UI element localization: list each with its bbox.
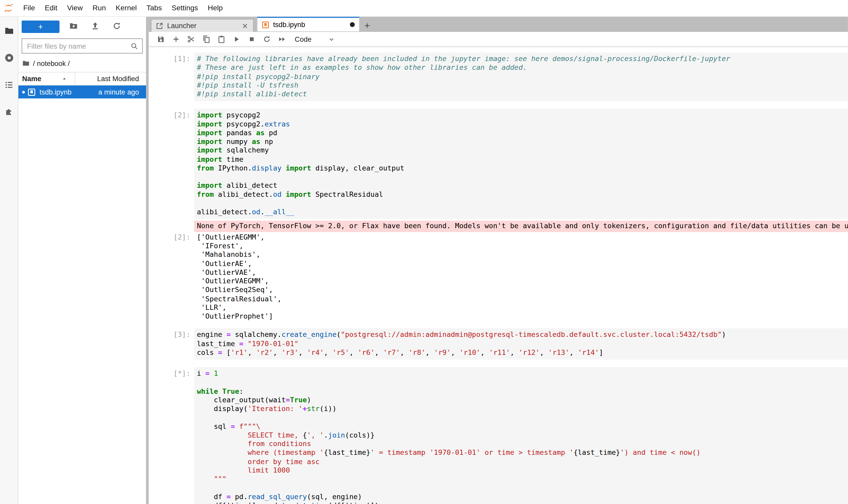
menu-view[interactable]: View <box>62 0 88 16</box>
menu-file[interactable]: File <box>18 0 40 16</box>
cell-input-area: [2]:import psycopg2import psycopg2.extra… <box>149 109 848 219</box>
code-line: import psycopg2.extras <box>197 120 848 128</box>
interrupt-kernel-button[interactable] <box>244 33 259 46</box>
output-line: 'OutlierSeq2Seq', <box>197 286 848 294</box>
new-launcher-button[interactable]: + <box>22 20 59 33</box>
launcher-icon <box>156 22 163 29</box>
save-button[interactable] <box>153 33 168 46</box>
notebook-toolbar: Code <box>149 32 848 47</box>
cell-input-area: [*]:i = 1 while True: clear_output(wait=… <box>149 367 848 504</box>
code-line: import time <box>197 155 848 164</box>
refresh-button[interactable] <box>109 20 124 33</box>
code-line <box>197 378 848 387</box>
paste-cells-button[interactable] <box>214 33 229 46</box>
close-icon[interactable] <box>241 22 249 29</box>
file-row-tsdb[interactable]: tsdb.ipynb a minute ago <box>18 86 146 98</box>
jupyterlab-window: File Edit View Run Kernel Tabs Settings … <box>0 0 848 504</box>
notebook-content: [1]:# The following libraries have alrea… <box>149 47 848 504</box>
code-line: sql = f"""\ <box>197 422 848 431</box>
cell-type-select[interactable]: Code <box>295 35 336 43</box>
menu-tabs[interactable]: Tabs <box>142 0 167 16</box>
stop-icon <box>248 35 256 43</box>
cell-input-area: [1]:# The following libraries have alrea… <box>149 53 848 102</box>
column-last-modified[interactable]: Last Modified <box>67 75 146 83</box>
code-line: """ <box>197 475 848 484</box>
menu-kernel[interactable]: Kernel <box>111 0 142 16</box>
code-line: import psycopg2 <box>197 111 848 120</box>
search-icon <box>130 42 139 50</box>
code-line: #!pip install alibi-detect <box>197 90 848 98</box>
output-line: ['OutlierAEGMM', <box>197 233 848 242</box>
chevron-down-icon <box>328 36 335 43</box>
upload-icon <box>91 21 100 32</box>
code-line: df = pd.read_sql_query(sql, engine) <box>197 492 848 501</box>
cell-editor[interactable]: # The following libraries have already b… <box>194 53 848 102</box>
cell-input-prompt: [2]: <box>149 109 194 219</box>
notebook-cell: [2]:import psycopg2import psycopg2.extra… <box>149 109 848 321</box>
sort-ascending-icon[interactable] <box>62 76 67 82</box>
stop-circle-icon <box>4 53 14 64</box>
code-line: #!pip install -U tsfresh <box>197 81 848 90</box>
code-line: engine = sqlalchemy.create_engine("postg… <box>197 331 848 339</box>
output-line: 'LLR', <box>197 303 848 312</box>
cell-type-value: Code <box>295 35 312 43</box>
code-line: #!pip install psycopg2-binary <box>197 72 848 81</box>
restart-run-all-button[interactable] <box>274 33 289 46</box>
restart-kernel-button[interactable] <box>259 33 274 46</box>
breadcrumb[interactable]: / notebook / <box>18 57 146 70</box>
cell-editor[interactable]: engine = sqlalchemy.create_engine("postg… <box>194 328 848 360</box>
menu-settings[interactable]: Settings <box>167 0 203 16</box>
cell-editor[interactable]: i = 1 while True: clear_output(wait=True… <box>194 367 848 504</box>
code-line-clipped: df['time'] = pd.to_datetime(df['time']) <box>197 501 848 504</box>
unsaved-changes-icon[interactable] <box>350 22 355 27</box>
code-line: # These are just left in as examples to … <box>197 64 848 72</box>
sidebar-tab-table-of-contents[interactable] <box>0 72 18 99</box>
menu-edit[interactable]: Edit <box>40 0 62 16</box>
code-line: # The following libraries have already b… <box>197 55 848 64</box>
cut-cells-button[interactable] <box>183 33 199 46</box>
output-line: 'OutlierVAEGMM', <box>197 277 848 286</box>
code-line: cols = ['r1', 'r2', 'r3', 'r4', 'r5', 'r… <box>197 348 848 357</box>
copy-cells-button[interactable] <box>199 33 214 46</box>
output-line: 'Mahalanobis', <box>197 251 848 259</box>
cell-output-area: [2]:['OutlierAEGMM', 'IForest', 'Mahalan… <box>149 232 848 321</box>
code-line: SELECT time, {', '.join(cols)} <box>197 431 848 439</box>
insert-cell-button[interactable] <box>168 33 183 46</box>
upload-button[interactable] <box>88 20 103 33</box>
sidebar-tab-file-browser[interactable] <box>0 18 18 45</box>
file-filter-input[interactable] <box>26 41 130 51</box>
cell-input-prompt: [3]: <box>149 328 194 360</box>
code-line: where (timestamp '{last_time}' = timesta… <box>197 448 848 457</box>
sidebar-tab-running-sessions[interactable] <box>0 45 18 72</box>
menu-run[interactable]: Run <box>88 0 111 16</box>
new-tab-button[interactable]: + <box>360 20 375 32</box>
run-cell-button[interactable] <box>229 33 244 46</box>
panel-splitter[interactable] <box>146 17 149 504</box>
puzzle-icon <box>4 107 14 118</box>
code-line: limit 1000 <box>197 466 848 475</box>
notebook-cell: [1]:# The following libraries have alrea… <box>149 53 848 102</box>
tab-tsdb-notebook[interactable]: tsdb.ipynb <box>257 16 360 32</box>
column-name[interactable]: Name <box>22 75 41 83</box>
code-line <box>197 173 848 181</box>
code-line: display('Iteration: '+str(i)) <box>197 404 848 413</box>
notebook-icon <box>261 21 269 28</box>
code-line: last_time = "1970-01-01" <box>197 339 848 348</box>
new-folder-icon <box>69 21 78 32</box>
code-line: from conditions <box>197 439 848 448</box>
code-line: clear_output(wait=True) <box>197 396 848 404</box>
tab-label: Launcher <box>167 22 197 30</box>
notebook-file-icon <box>28 88 39 96</box>
home-folder-icon <box>22 59 30 67</box>
copy-icon <box>202 35 210 43</box>
cell-editor[interactable]: import psycopg2import psycopg2.extrasimp… <box>194 109 848 219</box>
menu-help[interactable]: Help <box>203 0 228 16</box>
tab-launcher[interactable]: Launcher <box>151 19 254 32</box>
sidebar-tab-extensions[interactable] <box>0 99 18 126</box>
run-icon <box>232 35 240 43</box>
save-icon <box>157 35 165 43</box>
new-folder-button[interactable] <box>66 20 81 33</box>
code-line: import pandas as pd <box>197 128 848 137</box>
file-last-modified: a minute ago <box>98 88 146 96</box>
fast-forward-icon <box>277 35 286 43</box>
